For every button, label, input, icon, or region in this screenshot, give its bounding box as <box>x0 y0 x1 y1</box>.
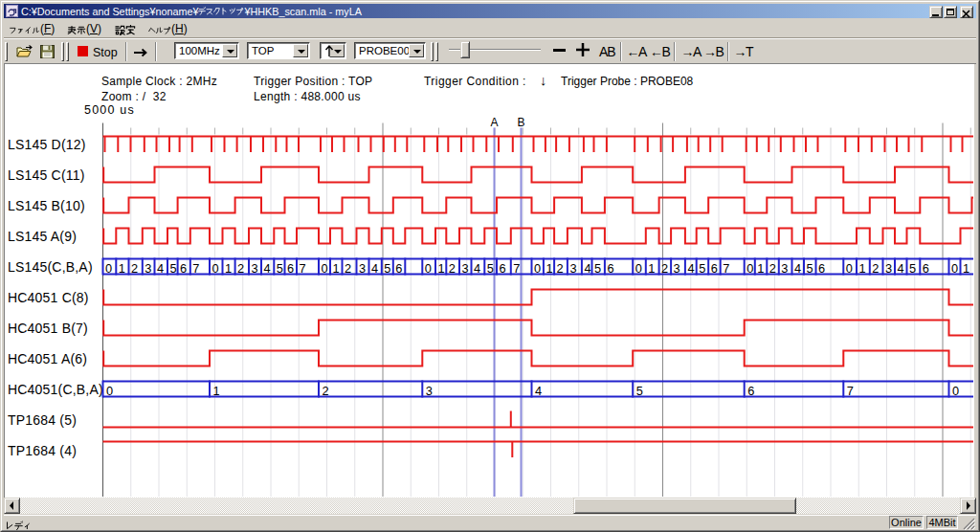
svg-text:2: 2 <box>131 261 138 276</box>
svg-text:1: 1 <box>757 261 764 276</box>
svg-text:1: 1 <box>438 261 445 276</box>
svg-text:6: 6 <box>747 384 754 398</box>
svg-text:6: 6 <box>395 261 402 276</box>
svg-text:0: 0 <box>635 261 642 276</box>
svg-text:1: 1 <box>213 384 220 398</box>
svg-text:6: 6 <box>923 261 929 276</box>
svg-text:1: 1 <box>648 261 655 276</box>
svg-text:2: 2 <box>557 261 564 276</box>
svg-text:4: 4 <box>371 261 378 276</box>
svg-text:4: 4 <box>687 261 694 276</box>
svg-text:7: 7 <box>847 384 854 398</box>
svg-text:5: 5 <box>170 261 177 276</box>
svg-text:3: 3 <box>781 261 788 276</box>
svg-text:5: 5 <box>636 384 643 398</box>
svg-text:0: 0 <box>425 261 432 276</box>
svg-text:0: 0 <box>106 384 113 398</box>
svg-text:0: 0 <box>212 261 219 276</box>
svg-text:6: 6 <box>180 261 187 276</box>
svg-text:3: 3 <box>462 261 469 276</box>
svg-text:0: 0 <box>846 261 853 276</box>
svg-text:A: A <box>490 116 498 129</box>
svg-text:7: 7 <box>723 261 729 276</box>
svg-text:4: 4 <box>157 261 164 276</box>
svg-text:0: 0 <box>952 384 959 398</box>
svg-text:1: 1 <box>333 261 340 276</box>
svg-text:0: 0 <box>746 261 753 276</box>
svg-text:4: 4 <box>898 261 904 276</box>
svg-text:5: 5 <box>909 261 916 276</box>
svg-text:3: 3 <box>145 261 151 276</box>
svg-text:0: 0 <box>951 261 958 276</box>
svg-text:6: 6 <box>500 261 506 276</box>
svg-text:4: 4 <box>584 261 590 276</box>
svg-text:2: 2 <box>661 261 668 276</box>
svg-text:5: 5 <box>594 261 601 276</box>
svg-text:5: 5 <box>384 261 390 276</box>
svg-text:2: 2 <box>769 261 776 276</box>
svg-text:2: 2 <box>872 261 879 276</box>
svg-text:6: 6 <box>711 261 718 276</box>
svg-text:4: 4 <box>535 384 542 398</box>
svg-text:3: 3 <box>252 261 258 276</box>
svg-text:1: 1 <box>963 261 969 276</box>
svg-text:0: 0 <box>534 261 541 276</box>
svg-text:4: 4 <box>264 261 271 276</box>
svg-text:7: 7 <box>300 261 306 276</box>
svg-text:5: 5 <box>487 261 494 276</box>
svg-text:0: 0 <box>322 261 328 276</box>
svg-text:6: 6 <box>287 261 294 276</box>
svg-text:3: 3 <box>426 384 433 398</box>
svg-text:1: 1 <box>546 261 552 276</box>
svg-text:0: 0 <box>105 261 112 276</box>
svg-text:B: B <box>517 116 524 129</box>
svg-text:1: 1 <box>225 261 232 276</box>
svg-text:2: 2 <box>449 261 456 276</box>
svg-text:6: 6 <box>607 261 613 276</box>
svg-text:4: 4 <box>474 261 480 276</box>
svg-text:5: 5 <box>277 261 283 276</box>
svg-text:4: 4 <box>794 261 801 276</box>
svg-text:2: 2 <box>323 384 329 398</box>
svg-text:3: 3 <box>569 261 576 276</box>
svg-text:2: 2 <box>345 261 351 276</box>
svg-text:3: 3 <box>885 261 892 276</box>
svg-text:7: 7 <box>513 261 520 276</box>
svg-text:1: 1 <box>859 261 866 276</box>
svg-text:5: 5 <box>807 261 813 276</box>
svg-text:3: 3 <box>674 261 680 276</box>
svg-text:2: 2 <box>237 261 244 276</box>
svg-text:1: 1 <box>119 261 125 276</box>
svg-text:7: 7 <box>192 261 199 276</box>
svg-text:6: 6 <box>818 261 825 276</box>
svg-text:5: 5 <box>699 261 705 276</box>
svg-text:3: 3 <box>359 261 366 276</box>
